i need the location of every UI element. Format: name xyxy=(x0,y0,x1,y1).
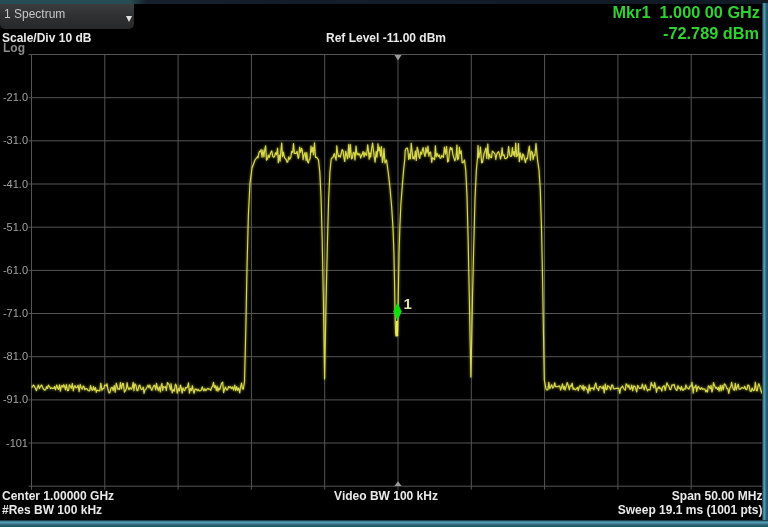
svg-text:1: 1 xyxy=(404,295,412,312)
